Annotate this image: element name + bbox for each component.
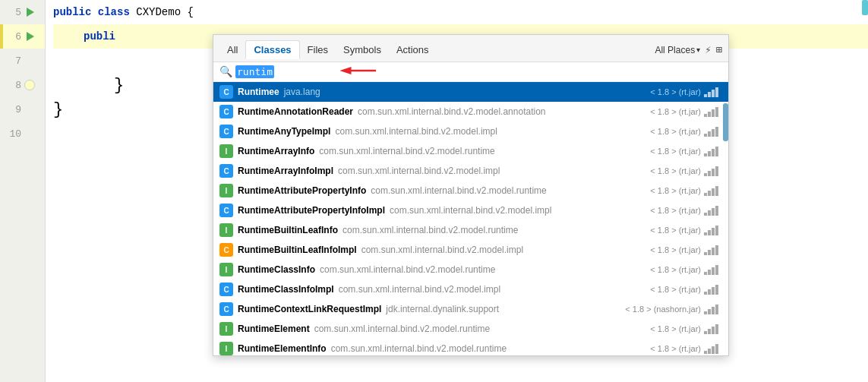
line-num-5: 5	[3, 7, 21, 18]
result-name-9: RuntimeBuiltinLeafInfoImpl	[238, 245, 357, 255]
result-version-1: < 1.8 > (rt.jar)	[650, 87, 701, 96]
result-pkg-13: com.sun.xml.internal.bind.v2.model.runti…	[314, 324, 490, 334]
result-item-8[interactable]: I RuntimeBuiltinLeafInfo com.sun.xml.int…	[213, 220, 728, 240]
bar-indicator-6	[704, 185, 722, 196]
interface-icon-13: I	[219, 322, 233, 336]
result-item-3[interactable]: C RuntimeAnyTypeImpl com.sun.xml.interna…	[213, 122, 728, 141]
result-pkg-12: jdk.internal.dynalink.support	[386, 304, 499, 314]
tabs-bar: All Classes Files Symbols Actions All Pl…	[213, 35, 728, 62]
result-version-10: < 1.8 > (rt.jar)	[650, 265, 701, 274]
result-name-2: RuntimeAnnotationReader	[238, 106, 353, 117]
search-popup: All Classes Files Symbols Actions All Pl…	[213, 34, 729, 356]
result-name-12: RuntimeContextLinkRequestImpl	[238, 304, 381, 314]
result-name-3: RuntimeAnyTypeImpl	[238, 126, 330, 137]
tab-files[interactable]: Files	[300, 41, 336, 58]
search-icon: 🔍	[219, 65, 232, 78]
result-version-13: < 1.8 > (rt.jar)	[650, 324, 701, 333]
brace-close-8: }	[114, 76, 124, 95]
result-item-14[interactable]: I RuntimeElementInfo com.sun.xml.interna…	[213, 339, 728, 355]
result-item-12[interactable]: C RuntimeContextLinkRequestImpl jdk.inte…	[213, 299, 728, 319]
line-row-5: 5	[0, 0, 45, 24]
result-version-14: < 1.8 > (rt.jar)	[650, 344, 701, 353]
result-item-13[interactable]: I RuntimeElement com.sun.xml.internal.bi…	[213, 319, 728, 339]
run-button-6[interactable]	[24, 30, 36, 43]
result-item-11[interactable]: C RuntimeClassInfoImpl com.sun.xml.inter…	[213, 279, 728, 299]
bookmark-icon	[24, 80, 35, 90]
class-icon-7: C	[219, 204, 233, 217]
class-icon-2: C	[219, 105, 233, 118]
tab-symbols[interactable]: Symbols	[336, 41, 389, 58]
scrollbar-thumb	[723, 103, 728, 141]
interface-icon-10: I	[219, 263, 233, 276]
result-name-10: RuntimeClassInfo	[238, 264, 315, 275]
editor-scrollbar-hint	[862, 0, 868, 15]
line-num-9: 9	[3, 104, 21, 115]
class-icon-1: C	[219, 85, 233, 99]
result-item-1[interactable]: C Runtimee java.lang < 1.8 > (rt.jar)	[213, 82, 728, 102]
bar-indicator-9	[704, 245, 722, 255]
result-item-7[interactable]: C RuntimeAttributePropertyInfoImpl com.s…	[213, 200, 728, 220]
code-line-5: public class CXYDemo {	[53, 0, 868, 24]
bar-indicator-13	[704, 324, 722, 334]
class-icon-3: C	[219, 125, 233, 138]
chevron-down-icon: ▾	[696, 46, 700, 54]
filter-icon[interactable]: ⚡	[705, 43, 711, 56]
line-num-8: 8	[3, 80, 21, 91]
bar-indicator-14	[704, 343, 722, 354]
interface-icon-6: I	[219, 184, 233, 197]
yellow-gutter-marker	[0, 24, 3, 49]
result-pkg-7: com.sun.xml.internal.bind.v2.model.impl	[390, 205, 551, 216]
kw-public-5: public	[53, 6, 98, 18]
line-row-8: 8	[0, 73, 45, 97]
result-name-14: RuntimeElementInfo	[238, 343, 327, 354]
result-item-4[interactable]: I RuntimeArrayInfo com.sun.xml.internal.…	[213, 141, 728, 161]
result-pkg-6: com.sun.xml.internal.bind.v2.model.runti…	[371, 185, 546, 196]
results-list: C Runtimee java.lang < 1.8 > (rt.jar) C …	[213, 82, 728, 355]
expand-icon[interactable]: ⊞	[716, 43, 722, 56]
result-pkg-8: com.sun.xml.internal.bind.v2.model.runti…	[342, 225, 518, 235]
result-pkg-11: com.sun.xml.internal.bind.v2.model.impl	[339, 284, 500, 295]
result-version-8: < 1.8 > (rt.jar)	[650, 226, 701, 235]
line-row-10: 10	[0, 122, 45, 146]
bar-indicator-10	[704, 264, 722, 275]
bar-indicator-8	[704, 225, 722, 235]
result-version-4: < 1.8 > (rt.jar)	[650, 147, 701, 156]
result-version-11: < 1.8 > (rt.jar)	[650, 285, 701, 294]
result-version-9: < 1.8 > (rt.jar)	[650, 245, 701, 254]
interface-icon-14: I	[219, 342, 233, 355]
all-places-dropdown[interactable]: All Places ▾	[655, 45, 700, 55]
kw-publi-6: publi	[84, 30, 115, 43]
class-icon-11: C	[219, 283, 233, 296]
kw-class-5: class	[98, 6, 136, 18]
tab-classes[interactable]: Classes	[245, 40, 299, 59]
line-num-6: 6	[3, 31, 21, 43]
tab-actions[interactable]: Actions	[389, 41, 437, 58]
bar-indicator-5	[704, 166, 722, 176]
bar-indicator-3	[704, 126, 722, 137]
line-row-9: 9	[0, 97, 45, 122]
result-pkg-14: com.sun.xml.internal.bind.v2.model.runti…	[331, 343, 507, 354]
result-pkg-5: com.sun.xml.internal.bind.v2.model.impl	[338, 166, 500, 176]
bar-indicator-7	[704, 205, 722, 216]
result-name-1: Runtimee	[238, 87, 279, 97]
result-item-2[interactable]: C RuntimeAnnotationReader com.sun.xml.in…	[213, 102, 728, 122]
result-name-8: RuntimeBuiltinLeafInfo	[238, 225, 338, 235]
result-pkg-9: com.sun.xml.internal.bind.v2.model.impl	[361, 245, 523, 255]
bar-indicator-2	[704, 106, 722, 117]
brace-close-9: }	[53, 100, 63, 119]
line-row-7: 7	[0, 49, 45, 73]
run-triangle-icon-6	[27, 32, 34, 41]
bar-indicator-4	[704, 146, 722, 156]
tab-all[interactable]: All	[219, 41, 245, 58]
result-name-13: RuntimeElement	[238, 324, 310, 334]
search-highlighted-text: runtim	[235, 65, 274, 78]
result-item-5[interactable]: C RuntimeArrayInfoImpl com.sun.xml.inter…	[213, 161, 728, 181]
result-item-9[interactable]: C RuntimeBuiltinLeafInfoImpl com.sun.xml…	[213, 240, 728, 260]
result-item-10[interactable]: I RuntimeClassInfo com.sun.xml.internal.…	[213, 260, 728, 279]
result-name-4: RuntimeArrayInfo	[238, 146, 314, 156]
result-item-6[interactable]: I RuntimeAttributePropertyInfo com.sun.x…	[213, 181, 728, 200]
interface-icon-4: I	[219, 144, 233, 158]
bar-indicator-12	[704, 304, 722, 314]
run-button-5[interactable]	[24, 6, 36, 18]
line-num-10: 10	[3, 128, 21, 140]
